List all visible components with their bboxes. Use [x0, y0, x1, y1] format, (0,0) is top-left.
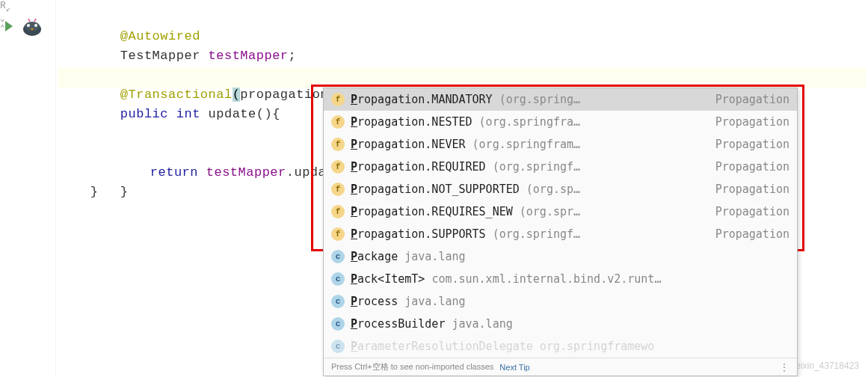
suggestion-text: Propagation.NEVER (org.springfram…: [351, 138, 708, 151]
autocomplete-item[interactable]: cProcessBuilder java.lang: [324, 313, 797, 335]
field-icon: f: [331, 138, 345, 151]
autocomplete-popup[interactable]: fPropagation.MANDATORY (org.spring…Propa…: [323, 88, 798, 376]
keyword: public: [120, 107, 168, 121]
svg-point-3: [34, 24, 37, 27]
more-icon[interactable]: ⋮: [779, 361, 789, 373]
suggestion-text: Propagation.REQUIRES_NEW (org.spr…: [351, 205, 708, 218]
autocomplete-item[interactable]: c ParameterResolutionDelegate org.spring…: [324, 335, 797, 358]
suggestion-text: Propagation.NESTED (org.springfra…: [351, 115, 708, 129]
method-signature: update(){: [200, 107, 280, 121]
class-icon: c: [331, 295, 345, 308]
popup-footer: Press Ctrl+空格 to see non-imported classe…: [324, 358, 797, 376]
field-icon: f: [331, 93, 345, 106]
suggestion-type: Propagation: [715, 138, 789, 151]
autocomplete-item[interactable]: fPropagation.REQUIRES_NEW (org.spr…Propa…: [324, 200, 797, 223]
field-icon: f: [331, 227, 345, 241]
field-icon: f: [331, 183, 345, 196]
suggestion-type: Propagation: [715, 93, 789, 106]
autocomplete-item[interactable]: fPropagation.SUPPORTS (org.springf…Propa…: [324, 223, 797, 245]
suggestion-text: Propagation.NOT_SUPPORTED (org.sp…: [351, 183, 708, 196]
svg-point-2: [27, 24, 30, 27]
class-icon: c: [331, 317, 345, 331]
next-tip-link[interactable]: Next Tip: [499, 363, 529, 372]
suggestion-text: Package java.lang: [351, 250, 782, 263]
field-icon: f: [331, 115, 345, 129]
suggestion-type: Propagation: [715, 115, 789, 129]
close-brace: }: [90, 185, 99, 199]
autocomplete-item[interactable]: fPropagation.MANDATORY (org.spring…Propa…: [324, 88, 797, 111]
suggestion-text: Process java.lang: [351, 295, 782, 308]
suggestion-text: Propagation.MANDATORY (org.spring…: [351, 93, 708, 106]
close-brace: }: [120, 185, 129, 199]
class-icon: c: [331, 340, 345, 353]
autocomplete-item[interactable]: cPackage java.lang: [324, 245, 797, 268]
run-arrow-icon[interactable]: [5, 21, 13, 31]
keyword: int: [168, 107, 200, 121]
rename-hint-icon[interactable]: R↙: [0, 0, 55, 13]
keyword: return: [150, 165, 198, 180]
suggestion-text: ProcessBuilder java.lang: [351, 317, 782, 331]
autocomplete-item[interactable]: fPropagation.NEVER (org.springfram…Propa…: [324, 133, 797, 156]
suggestion-text: Propagation.REQUIRED (org.springf…: [351, 160, 708, 174]
suggestion-type: Propagation: [715, 183, 789, 196]
open-paren: (: [233, 88, 241, 102]
autocomplete-item[interactable]: cPack<ItemT> com.sun.xml.internal.bind.v…: [324, 268, 797, 290]
suggestion-text: Pack<ItemT> com.sun.xml.internal.bind.v2…: [351, 272, 782, 286]
autocomplete-item[interactable]: cProcess java.lang: [324, 290, 797, 313]
footer-hint: Press Ctrl+空格 to see non-imported classe…: [331, 361, 493, 373]
suggestion-type: Propagation: [715, 160, 789, 174]
editor-gutter: R↙ ⌄ ⌃: [0, 0, 56, 377]
class-icon: c: [331, 272, 345, 286]
class-icon: [19, 17, 45, 38]
autocomplete-item[interactable]: fPropagation.NESTED (org.springfra…Propa…: [324, 111, 797, 133]
annotation: @Transactional: [120, 88, 233, 102]
field-icon: f: [331, 205, 345, 218]
suggestion-text: Propagation.SUPPORTS (org.springf…: [351, 227, 708, 241]
suggestion-type: Propagation: [715, 227, 789, 241]
suggestion-type: Propagation: [715, 205, 789, 218]
autocomplete-item[interactable]: fPropagation.NOT_SUPPORTED (org.sp…Propa…: [324, 178, 797, 200]
autocomplete-item[interactable]: fPropagation.REQUIRED (org.springf…Propa…: [324, 156, 797, 178]
field-name: testMapper: [200, 49, 289, 63]
field-icon: f: [331, 160, 345, 174]
class-icon: c: [331, 250, 345, 263]
annotation: @Autowired: [120, 29, 200, 43]
type-ref: TestMapper: [120, 49, 200, 63]
